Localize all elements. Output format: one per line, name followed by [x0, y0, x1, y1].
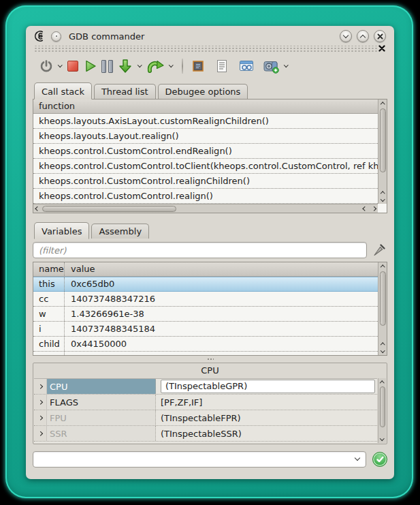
callstack-row[interactable]: kheops.layouts.Layout.realign() — [33, 129, 378, 144]
scrollbar-thumb[interactable] — [42, 206, 176, 212]
variables-panel: name value this 0xc65db0 cc 140737488347… — [33, 262, 387, 356]
ok-check-icon — [376, 456, 384, 463]
filter-input[interactable] — [33, 242, 367, 258]
tab-call-stack[interactable]: Call stack — [34, 82, 92, 100]
tab-variables[interactable]: Variables — [34, 222, 89, 239]
step-into-dropdown-icon[interactable] — [138, 63, 142, 67]
scroll-down-icon[interactable] — [378, 196, 387, 204]
scroll-right-icon[interactable] — [370, 204, 378, 213]
variable-value: 140737488347216 — [65, 292, 378, 306]
variables-header[interactable]: name value — [33, 262, 378, 277]
scroll-up-icon[interactable] — [378, 378, 386, 386]
step-into-button[interactable] — [115, 57, 135, 76]
stop-icon — [67, 61, 78, 72]
callstack-row[interactable]: kheops.control.CustomControl.realign() — [33, 189, 378, 204]
variables-vertical-scrollbar[interactable] — [378, 262, 387, 355]
combobox-dropdown-icon[interactable] — [355, 455, 360, 461]
callstack-column-header[interactable]: function — [33, 100, 387, 114]
messages-icon — [215, 59, 229, 74]
variable-name: this — [33, 277, 65, 291]
callstack-horizontal-scrollbar[interactable] — [33, 204, 378, 213]
callstack-list: kheops.layouts.AxisLayout.customRealignC… — [33, 114, 378, 204]
variable-row[interactable]: cc 140737488347216 — [33, 292, 378, 307]
column-name[interactable]: name — [33, 262, 65, 276]
scroll-left-icon[interactable] — [33, 204, 42, 213]
cpu-row[interactable]: FPU (TInspectableFPR) — [34, 410, 377, 426]
expand-icon[interactable] — [34, 395, 47, 410]
cpu-row[interactable]: SSR (TInspectableSSR) — [34, 426, 377, 442]
scroll-down-icon[interactable] — [378, 435, 386, 443]
panel-splitter[interactable] — [33, 356, 387, 363]
variable-name: cc — [33, 292, 65, 306]
callstack-row[interactable]: kheops.layouts.AxisLayout.customRealignC… — [33, 114, 378, 129]
variable-row[interactable]: i 140737488345184 — [33, 322, 378, 337]
close-button[interactable] — [374, 30, 386, 42]
callstack-vertical-scrollbar[interactable] — [378, 100, 387, 204]
variable-value: 0x44150000 — [65, 337, 378, 351]
scroll-up-icon[interactable] — [378, 100, 387, 107]
callstack-row[interactable]: kheops.control.CustomControl.toClient(kh… — [33, 159, 378, 174]
variable-name: h — [33, 352, 65, 355]
step-over-button[interactable] — [144, 57, 167, 76]
register-group-value: (TInspectableSSR) — [156, 426, 377, 441]
register-group-value[interactable]: (TInspectableGPR) — [161, 380, 375, 393]
window-menu-button[interactable] — [51, 31, 61, 42]
variables-list: this 0xc65db0 cc 140737488347216 w 1.432… — [33, 277, 378, 355]
watch-window-button[interactable] — [236, 57, 257, 76]
cpu-vertical-scrollbar[interactable] — [378, 378, 386, 443]
cpu-row[interactable]: CPU (TInspectableGPR) — [34, 379, 377, 395]
window-title: GDB commander — [69, 31, 144, 42]
scrollbar-thumb[interactable] — [380, 386, 385, 427]
scroll-down-icon[interactable] — [378, 348, 387, 355]
command-combobox[interactable] — [33, 451, 366, 468]
expand-icon[interactable] — [34, 379, 47, 394]
tab-thread-list[interactable]: Thread list — [94, 84, 156, 99]
power-icon — [39, 59, 54, 74]
clear-filter-button[interactable] — [371, 242, 387, 258]
scrollbar-thumb[interactable] — [380, 108, 386, 172]
register-group-name: SSR — [47, 426, 156, 441]
scrollbar-thumb[interactable] — [380, 271, 386, 326]
variable-value: 1.43266961e-38 — [65, 307, 378, 321]
pause-button[interactable] — [99, 57, 115, 76]
step-over-dropdown-icon[interactable] — [169, 63, 173, 67]
column-value[interactable]: value — [65, 262, 378, 276]
unshade-button[interactable] — [357, 30, 369, 42]
callstack-row[interactable]: kheops.control.CustomControl.realignChil… — [33, 174, 378, 189]
scroll-left-icon[interactable] — [361, 204, 369, 213]
scroll-up-icon[interactable] — [378, 340, 387, 348]
dock-titlebar[interactable] — [34, 46, 386, 53]
execute-command-button[interactable] — [372, 452, 387, 467]
snapshot-button[interactable] — [261, 57, 282, 76]
screenshot-stage: GDB commander — [0, 0, 420, 505]
splitter-grip-icon — [207, 358, 214, 361]
run-button[interactable] — [80, 57, 99, 76]
shade-button[interactable] — [340, 30, 352, 42]
snapshot-dropdown-icon[interactable] — [284, 63, 288, 67]
messages-button[interactable] — [213, 57, 231, 76]
expand-icon[interactable] — [34, 410, 47, 425]
run-icon — [82, 59, 97, 74]
titlebar[interactable]: GDB commander — [33, 27, 387, 45]
dock-close-icon[interactable] — [378, 44, 386, 52]
variable-row[interactable]: w 1.43266961e-38 — [33, 307, 378, 322]
toolbar-separator — [182, 59, 183, 74]
stop-button[interactable] — [65, 57, 80, 76]
variable-row[interactable]: this 0xc65db0 — [33, 277, 378, 292]
callstack-row[interactable]: kheops.control.CustomControl.endRealign(… — [33, 144, 378, 159]
variables-tabbar: Variables Assembly — [33, 221, 387, 239]
power-dropdown-icon[interactable] — [58, 63, 62, 67]
cpu-view-icon — [191, 59, 206, 74]
scroll-up-icon[interactable] — [378, 189, 387, 196]
tab-debugee-options[interactable]: Debugee options — [158, 84, 248, 99]
expand-icon[interactable] — [34, 426, 47, 441]
variable-row[interactable]: child 0x44150000 — [33, 337, 378, 352]
power-button[interactable] — [37, 57, 56, 76]
step-into-icon — [117, 58, 133, 74]
tab-assembly[interactable]: Assembly — [91, 224, 149, 239]
cpu-view-button[interactable] — [189, 57, 208, 76]
command-row — [33, 450, 387, 468]
variable-row[interactable]: h 1.43266961e-38 — [33, 352, 378, 355]
cpu-row[interactable]: FLAGS [PF,ZF,IF] — [34, 395, 377, 410]
scroll-up-icon[interactable] — [378, 262, 387, 270]
